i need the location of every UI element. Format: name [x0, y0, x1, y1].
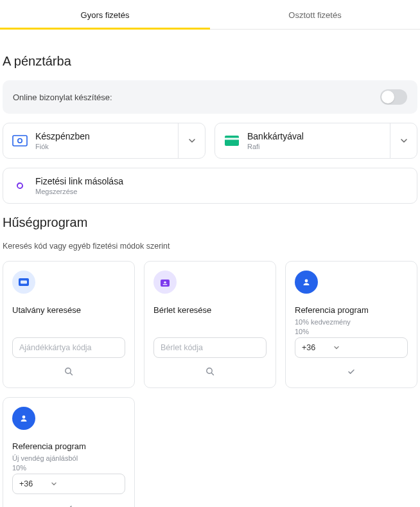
dial-code: +36: [19, 479, 33, 488]
pay-card-option[interactable]: Bankkártyával Rafi: [214, 123, 417, 159]
pass-card: Bérlet keresése: [144, 261, 276, 388]
loyalty-title: Hűségprogram: [3, 215, 417, 230]
referral2-title: Referencia program: [12, 441, 125, 451]
chevron-down-icon: [51, 481, 57, 487]
svg-point-1: [18, 139, 22, 143]
voucher-title: Utalvány keresése: [12, 305, 125, 315]
svg-point-14: [305, 280, 308, 283]
pay-card-expand[interactable]: [390, 123, 417, 158]
tab-quick-payment[interactable]: Gyors fizetés: [0, 0, 210, 29]
referral-icon: [295, 271, 318, 294]
svg-point-16: [22, 415, 26, 418]
svg-line-12: [211, 373, 213, 375]
referral1-sub: 10% kedvezmény: [295, 317, 408, 327]
online-receipt-row: Online bizonylat készítése:: [3, 80, 417, 114]
pay-cash-expand[interactable]: [178, 123, 205, 158]
online-receipt-label: Online bizonylat készítése:: [13, 93, 112, 102]
pay-link-option[interactable]: Fizetési link másolása Megszerzése: [3, 168, 417, 204]
search-icon: [64, 367, 73, 376]
svg-line-7: [70, 373, 72, 375]
referral2-pct: 10%: [12, 463, 125, 473]
pass-title: Bérlet keresése: [153, 305, 267, 315]
svg-rect-0: [13, 136, 27, 146]
referral1-confirm-button[interactable]: [295, 362, 408, 381]
voucher-code-input[interactable]: [12, 337, 125, 358]
chevron-down-icon: [188, 137, 196, 145]
voucher-card: Utalvány keresése: [3, 261, 135, 388]
pay-card-title: Bankkártyával: [247, 131, 304, 141]
online-receipt-toggle[interactable]: [380, 89, 407, 105]
pay-cash-option[interactable]: Készpénzben Fiók: [3, 123, 206, 159]
svg-rect-3: [225, 138, 239, 140]
payment-methods: Készpénzben Fiók Bankkártyával Rafi: [3, 123, 417, 204]
chevron-down-icon: [333, 344, 340, 351]
link-icon: [12, 178, 28, 193]
dial-code: +36: [302, 343, 315, 352]
referral1-title: Referencia program: [295, 305, 408, 315]
search-icon: [206, 367, 214, 376]
pay-link-title: Fizetési link másolása: [35, 176, 123, 186]
referral-card-1: Referencia program 10% kedvezmény 10% +3…: [285, 261, 417, 388]
referral2-dial-select[interactable]: +36: [12, 474, 125, 494]
pass-code-input[interactable]: [153, 337, 267, 358]
tab-split-payment[interactable]: Osztott fizetés: [210, 0, 420, 29]
check-icon: [347, 367, 356, 376]
voucher-icon: [12, 271, 35, 294]
pass-icon: [153, 271, 177, 294]
svg-rect-2: [225, 136, 239, 146]
tab-label: Gyors fizetés: [81, 10, 130, 20]
referral2-confirm-button[interactable]: [12, 498, 125, 507]
voucher-search-button[interactable]: [12, 362, 125, 381]
pay-cash-title: Készpénzben: [35, 131, 90, 141]
credit-card-icon: [224, 133, 240, 148]
referral-card-2: Referencia program Új vendég ajánlásból …: [3, 397, 135, 507]
pass-search-button[interactable]: [153, 362, 267, 381]
loyalty-grid: Utalvány keresése Bérlet keresése: [3, 261, 417, 507]
pay-card-sub: Rafi: [247, 143, 304, 150]
svg-rect-5: [21, 281, 27, 284]
cash-icon: [12, 133, 28, 148]
tab-label: Osztott fizetés: [288, 10, 341, 20]
checkout-title: A pénztárba: [3, 54, 417, 69]
svg-point-9: [164, 281, 166, 284]
payment-tabs: Gyors fizetés Osztott fizetés: [0, 0, 420, 30]
check-icon: [64, 503, 73, 507]
referral1-dial-select[interactable]: +36: [295, 337, 408, 358]
chevron-down-icon: [400, 137, 408, 145]
referral1-pct: 10%: [295, 327, 408, 337]
pay-link-sub: Megszerzése: [35, 188, 123, 195]
svg-rect-10: [163, 284, 168, 285]
loyalty-subheading: Keresés kód vagy egyéb fizetési módok sz…: [3, 242, 417, 251]
referral2-sub: Új vendég ajánlásból: [12, 454, 125, 463]
referral-icon: [12, 407, 35, 430]
pay-cash-sub: Fiók: [35, 143, 90, 150]
